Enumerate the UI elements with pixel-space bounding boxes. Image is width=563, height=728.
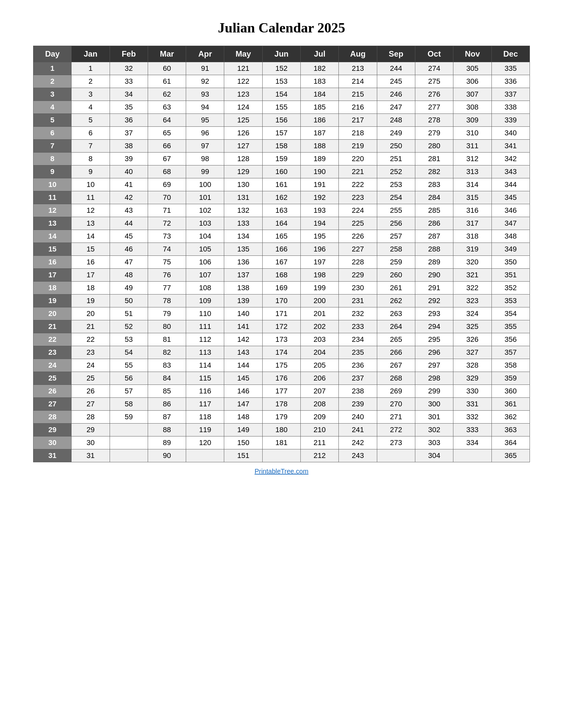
value-cell-jan: 12 (71, 204, 110, 217)
value-cell-feb: 45 (110, 230, 148, 243)
value-cell-jul: 208 (301, 398, 339, 411)
value-cell-nov: 314 (453, 178, 492, 191)
value-cell-feb: 32 (110, 62, 148, 75)
value-cell-may: 129 (224, 165, 262, 178)
table-row: 44356394124155185216247277308338 (33, 101, 530, 114)
value-cell-may: 147 (224, 398, 262, 411)
value-cell-aug: 239 (339, 398, 377, 411)
value-cell-may: 150 (224, 436, 262, 449)
value-cell-jul: 202 (301, 320, 339, 333)
value-cell-apr: 118 (186, 411, 224, 424)
value-cell-jul: 191 (301, 178, 339, 191)
value-cell-sep: 264 (377, 320, 415, 333)
value-cell-feb: 36 (110, 114, 148, 127)
value-cell-jun: 155 (262, 101, 301, 114)
day-cell: 4 (33, 101, 71, 114)
value-cell-mar: 70 (148, 191, 186, 204)
table-row: 11326091121152182213244274305335 (33, 62, 530, 75)
value-cell-feb: 41 (110, 178, 148, 191)
value-cell-may: 146 (224, 385, 262, 398)
value-cell-feb: 47 (110, 256, 148, 269)
value-cell-oct: 290 (415, 269, 453, 282)
value-cell-dec: 364 (492, 436, 530, 449)
value-cell-may: 137 (224, 269, 262, 282)
value-cell-oct: 275 (415, 75, 453, 88)
value-cell-feb: 40 (110, 165, 148, 178)
value-cell-aug: 243 (339, 449, 377, 462)
value-cell-mar: 80 (148, 320, 186, 333)
value-cell-feb: 33 (110, 75, 148, 88)
value-cell-oct: 289 (415, 256, 453, 269)
value-cell-dec: 362 (492, 411, 530, 424)
value-cell-sep: 273 (377, 436, 415, 449)
day-cell: 20 (33, 307, 71, 320)
value-cell-aug: 225 (339, 217, 377, 230)
value-cell-jul: 199 (301, 282, 339, 295)
value-cell-jan: 27 (71, 398, 110, 411)
table-row: 11114270101131162192223254284315345 (33, 191, 530, 204)
value-cell-nov: 306 (453, 75, 492, 88)
value-cell-feb: 56 (110, 372, 148, 385)
value-cell-dec: 345 (492, 191, 530, 204)
table-row: 99406899129160190221252282313343 (33, 165, 530, 178)
value-cell-feb: 44 (110, 217, 148, 230)
value-cell-sep: 258 (377, 243, 415, 256)
value-cell-aug: 213 (339, 62, 377, 75)
value-cell-may: 131 (224, 191, 262, 204)
value-cell-jun: 152 (262, 62, 301, 75)
value-cell-aug: 230 (339, 282, 377, 295)
value-cell-mar: 75 (148, 256, 186, 269)
value-cell-mar: 68 (148, 165, 186, 178)
value-cell-feb (110, 436, 148, 449)
value-cell-mar: 61 (148, 75, 186, 88)
value-cell-nov: 332 (453, 411, 492, 424)
table-row: 292988119149180210241272302333363 (33, 424, 530, 436)
value-cell-dec: 352 (492, 282, 530, 295)
footer-link[interactable]: PrintableTree.com (255, 468, 309, 475)
value-cell-jun: 172 (262, 320, 301, 333)
value-cell-jul: 182 (301, 62, 339, 75)
col-header-day: Day (33, 46, 71, 62)
value-cell-apr: 98 (186, 153, 224, 165)
value-cell-jan: 8 (71, 153, 110, 165)
value-cell-jan: 15 (71, 243, 110, 256)
value-cell-jul: 187 (301, 127, 339, 140)
day-cell: 23 (33, 346, 71, 359)
value-cell-sep: 270 (377, 398, 415, 411)
value-cell-jul: 184 (301, 88, 339, 101)
value-cell-dec: 342 (492, 153, 530, 165)
value-cell-sep: 266 (377, 346, 415, 359)
value-cell-dec: 349 (492, 243, 530, 256)
value-cell-mar: 76 (148, 269, 186, 282)
value-cell-jul: 192 (301, 191, 339, 204)
value-cell-nov: 334 (453, 436, 492, 449)
value-cell-dec: 360 (492, 385, 530, 398)
value-cell-feb (110, 449, 148, 462)
value-cell-dec: 363 (492, 424, 530, 436)
value-cell-apr: 110 (186, 307, 224, 320)
table-row: 10104169100130161191222253283314344 (33, 178, 530, 191)
value-cell-dec: 343 (492, 165, 530, 178)
value-cell-nov: 310 (453, 127, 492, 140)
day-cell: 31 (33, 449, 71, 462)
value-cell-dec: 353 (492, 295, 530, 307)
value-cell-jul: 205 (301, 359, 339, 372)
value-cell-sep (377, 449, 415, 462)
value-cell-aug: 218 (339, 127, 377, 140)
value-cell-sep: 263 (377, 307, 415, 320)
value-cell-nov: 319 (453, 243, 492, 256)
value-cell-apr: 113 (186, 346, 224, 359)
value-cell-jun: 177 (262, 385, 301, 398)
value-cell-jun: 174 (262, 346, 301, 359)
value-cell-aug: 238 (339, 385, 377, 398)
value-cell-jun: 156 (262, 114, 301, 127)
value-cell-sep: 268 (377, 372, 415, 385)
value-cell-mar: 79 (148, 307, 186, 320)
value-cell-dec: 350 (492, 256, 530, 269)
day-cell: 16 (33, 256, 71, 269)
value-cell-jan: 21 (71, 320, 110, 333)
value-cell-aug: 226 (339, 230, 377, 243)
value-cell-apr: 107 (186, 269, 224, 282)
value-cell-jul: 195 (301, 230, 339, 243)
value-cell-feb: 49 (110, 282, 148, 295)
